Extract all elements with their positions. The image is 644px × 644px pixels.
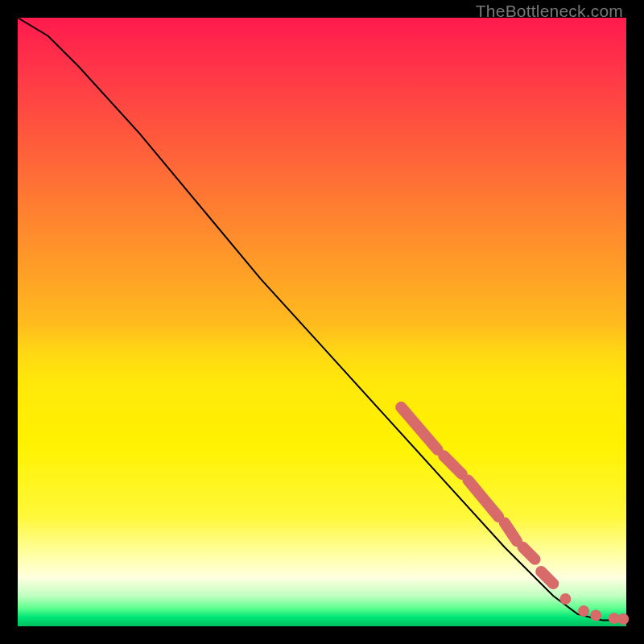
chart-svg — [18, 18, 626, 626]
highlight-segment — [522, 547, 535, 559]
highlight-segment — [541, 572, 553, 584]
highlight-segment — [444, 456, 462, 474]
highlight-point — [590, 609, 601, 621]
highlight-point — [578, 605, 589, 617]
highlight-point — [617, 613, 629, 625]
highlight-segment — [401, 407, 437, 450]
highlight-segment — [505, 522, 517, 541]
chart-frame — [18, 18, 626, 626]
highlighted-segments-group — [401, 407, 553, 584]
highlight-point — [559, 593, 571, 605]
bottleneck-curve — [18, 18, 626, 620]
